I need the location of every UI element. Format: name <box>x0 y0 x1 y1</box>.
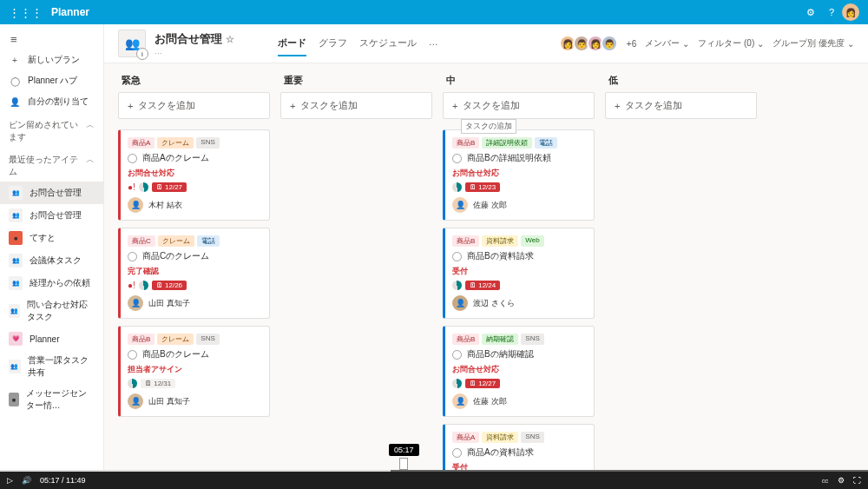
label-tag: 商品B <box>128 334 155 345</box>
plan-header: 👥 お問合せ管理 ☆ … ボードグラフスケジュール… 👩 👨 👩 👨 +6 メン… <box>104 24 868 63</box>
pinned-heading[interactable]: ピン留めされています︿ <box>0 112 103 147</box>
plus-icon: + <box>615 101 620 111</box>
plan-square-icon: 👥 <box>9 186 23 200</box>
label-tag: 商品B <box>452 235 479 247</box>
task-card[interactable]: 商品B納期確認SNS商品Bの納期確認お問合せ対応🗓 12/27👤佐藤 次郎 <box>443 326 595 417</box>
add-task-button[interactable]: +タスクを追加 <box>605 92 757 119</box>
settings-icon[interactable]: ⚙ <box>800 7 821 18</box>
scrubber-handle[interactable] <box>399 458 408 470</box>
global-topbar: ⋮⋮⋮ Planner ⚙ ? 👩 <box>0 0 868 24</box>
new-plan-button[interactable]: +新しいプラン <box>0 50 103 70</box>
label-tag: SNS <box>521 432 543 443</box>
cc-icon[interactable]: ㏄ <box>821 475 829 486</box>
settings-icon[interactable]: ⚙ <box>838 476 845 485</box>
complete-circle-icon[interactable] <box>128 154 137 163</box>
bucket-column: 中+タスクを追加タスクの追加商品B詳細説明依頼電話商品Bの詳細説明依頼お問合せ対… <box>443 72 595 463</box>
task-title: 商品Bのクレーム <box>142 348 209 360</box>
task-card[interactable]: 商品BクレームSNS商品Bのクレーム担当者アサイン🗓 12/31👤山田 真知子 <box>118 326 270 417</box>
add-task-button[interactable]: +タスクを追加 <box>280 92 432 119</box>
play-icon[interactable]: ▷ <box>7 476 13 485</box>
plan-square-icon: ■ <box>9 231 23 245</box>
label-tag: SNS <box>196 334 219 345</box>
view-tabs: ボードグラフスケジュール… <box>278 31 438 56</box>
bucket-title: 中 <box>443 72 595 92</box>
sidebar-item[interactable]: ■てすと <box>0 227 103 249</box>
pin-icon[interactable]: ☆ <box>226 34 234 44</box>
tab[interactable]: スケジュール <box>359 31 417 56</box>
sidebar-item[interactable]: 👥経理からの依頼 <box>0 272 103 294</box>
plus-icon: + <box>9 56 21 65</box>
checklist-text: 完了確認 <box>128 266 262 277</box>
sidebar-item[interactable]: 👥お問合せ管理 <box>0 204 103 227</box>
sidebar-item[interactable]: ■メッセージセンター情… <box>0 383 103 416</box>
user-avatar[interactable]: 👩 <box>842 3 859 21</box>
plan-square-icon: 👥 <box>9 276 23 290</box>
progress-icon <box>139 182 148 192</box>
assignee-name: 佐藤 次郎 <box>473 200 507 211</box>
date-badge: 🗓 12/31 <box>141 379 175 388</box>
task-card[interactable]: 商品AクレームSNS商品Aのクレームお問合せ対応●!🗓 12/27👤木村 結衣 <box>118 129 270 221</box>
sidebar-item[interactable]: 💗Planner <box>0 327 103 350</box>
plan-square-icon: 👥 <box>9 360 21 373</box>
plus-icon: + <box>452 101 457 111</box>
plan-icon[interactable]: 👥 <box>118 30 146 57</box>
complete-circle-icon[interactable] <box>452 252 462 261</box>
task-card[interactable]: 商品B資料請求Web商品Bの資料請求受付🗓 12/24👤渡辺 さくら <box>443 228 595 319</box>
plan-square-icon: ■ <box>9 393 19 406</box>
tab[interactable]: グラフ <box>319 31 347 56</box>
add-task-button[interactable]: +タスクを追加タスクの追加 <box>443 92 595 119</box>
recent-heading[interactable]: 最近使ったアイテム︿ <box>0 147 103 182</box>
label-tag: SNS <box>196 137 219 149</box>
date-badge: 🗓 12/24 <box>465 281 500 290</box>
complete-circle-icon[interactable] <box>452 154 462 163</box>
assignee-avatar: 👤 <box>128 295 143 311</box>
sidebar-item[interactable]: 👥お問合せ管理 <box>0 182 103 204</box>
planner-hub-link[interactable]: ◯Planner ハブ <box>0 70 103 91</box>
member-avatars[interactable]: 👩 👨 👩 👨 <box>562 35 618 52</box>
tab[interactable]: … <box>429 31 438 56</box>
group-dropdown[interactable]: グループ別 優先度 ⌄ <box>773 37 854 50</box>
complete-circle-icon[interactable] <box>128 350 137 360</box>
add-task-button[interactable]: +タスクを追加 <box>118 92 270 119</box>
volume-icon[interactable]: 🔊 <box>22 476 31 485</box>
assignee-name: 佐藤 次郎 <box>473 396 507 407</box>
app-launcher-icon[interactable]: ⋮⋮⋮ <box>9 6 43 19</box>
video-controls: ▷ 🔊 05:17 / 11:49 ㏄ ⚙ ⛶ <box>0 472 868 489</box>
assignee-avatar: 👤 <box>128 393 143 409</box>
hamburger-icon[interactable]: ≡ <box>0 30 103 50</box>
sidebar-item[interactable]: 👥会議体タスク <box>0 249 103 272</box>
sidebar-item[interactable]: 👥問い合わせ対応タスク <box>0 294 103 327</box>
alert-icon: ●! <box>128 281 135 290</box>
chevron-down-icon: ⌄ <box>757 39 764 49</box>
progress-icon <box>452 182 462 192</box>
help-icon[interactable]: ? <box>821 7 842 17</box>
my-tasks-link[interactable]: 👤自分の割り当て <box>0 91 103 112</box>
progress-icon <box>452 281 462 290</box>
sidebar-item[interactable]: 👥営業一課タスク共有 <box>0 350 103 383</box>
video-scrubber[interactable]: 05:17 <box>389 444 419 470</box>
task-card[interactable]: 商品A資料請求SNS商品Aの資料請求受付🗓 12/28👤渡辺 さくら <box>443 424 595 472</box>
members-dropdown[interactable]: メンバー ⌄ <box>645 37 689 50</box>
task-card[interactable]: 商品Cクレーム電話商品Cのクレーム完了確認●!🗓 12/26👤山田 真知子 <box>118 228 270 319</box>
left-sidebar: ≡ +新しいプラン ◯Planner ハブ 👤自分の割り当て ピン留めされていま… <box>0 24 104 472</box>
time-display: 05:17 / 11:49 <box>40 476 86 485</box>
label-tag: 資料請求 <box>482 432 518 443</box>
complete-circle-icon[interactable] <box>452 448 462 458</box>
date-badge: 🗓 12/26 <box>152 281 187 290</box>
complete-circle-icon[interactable] <box>128 252 137 261</box>
more-count[interactable]: +6 <box>627 39 636 49</box>
label-tag: クレーム <box>157 137 194 149</box>
tab[interactable]: ボード <box>278 31 306 56</box>
app-brand: Planner <box>51 6 89 18</box>
label-tag: SNS <box>521 334 543 345</box>
filter-dropdown[interactable]: フィルター (0) ⌄ <box>698 37 764 50</box>
complete-circle-icon[interactable] <box>452 350 462 360</box>
fullscreen-icon[interactable]: ⛶ <box>853 476 861 485</box>
date-badge: 🗓 12/27 <box>465 379 500 388</box>
label-tag: 資料請求 <box>482 235 518 247</box>
task-title: 商品Aの資料請求 <box>467 446 534 459</box>
assignee-avatar: 👤 <box>452 393 468 409</box>
task-card[interactable]: 商品B詳細説明依頼電話商品Bの詳細説明依頼お問合せ対応🗓 12/23👤佐藤 次郎 <box>443 129 595 221</box>
assignee-name: 山田 真知子 <box>148 396 190 407</box>
progress-icon <box>128 379 137 388</box>
